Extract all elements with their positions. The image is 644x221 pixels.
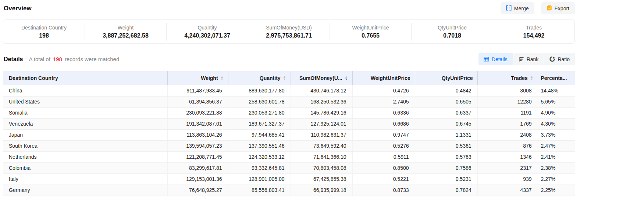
cell-destination-country: Netherlands: [3, 151, 167, 162]
sort-carets-icon[interactable]: ▲▼: [530, 76, 533, 81]
table-row-china: China911,487,933.45889,630,177.80430,746…: [3, 85, 575, 96]
export-button[interactable]: Export: [541, 2, 575, 14]
stat-item-weight: Weight3,887,252,682.58: [85, 23, 167, 41]
tab-details[interactable]: Details: [478, 53, 513, 65]
stat-label: WeightUnitPrice: [330, 25, 411, 31]
stat-value: 3,887,252,682.58: [85, 32, 166, 39]
cell-qtyunitprice: 0.6505: [415, 96, 477, 107]
stat-value: 0.7655: [330, 32, 411, 39]
cell-quantity: 137,390,551.46: [228, 140, 291, 151]
cell-quantity: 258,630,601.78: [228, 96, 291, 107]
cell-trades: 4337: [477, 185, 538, 196]
cell-percenta: 2.27%: [538, 173, 575, 185]
cell-destination-country: Germany: [3, 185, 167, 196]
cell-weight: 129,153,001.36: [167, 173, 228, 185]
cell-trades: 12280: [477, 96, 538, 107]
table-header-row: Destination CountryWeight▲▼Quantity▲▼Sum…: [3, 71, 575, 85]
stat-value: 198: [3, 32, 85, 39]
cell-percenta: 14.48%: [538, 85, 575, 96]
column-label: Destination Country: [9, 75, 58, 81]
stat-label: SumOfMoney(USD): [248, 25, 330, 31]
sort-desc-icon[interactable]: ▼: [221, 78, 224, 81]
cell-destination-country: Colombia: [3, 162, 167, 173]
column-header-sumofmoney-u[interactable]: SumOfMoney(U...▲▼: [291, 71, 352, 85]
cell-trades: 1191: [477, 107, 538, 118]
cell-qtyunitprice: 0.7824: [415, 185, 477, 196]
column-label: Quantity: [260, 75, 281, 81]
cell-sumofmoney-u: 110,982,631.37: [291, 129, 352, 140]
sort-carets-icon[interactable]: ▲▼: [221, 76, 224, 81]
topbar: Overview Merge Export: [3, 0, 575, 20]
stat-item-qtyunitprice: QtyUnitPrice0.7018: [412, 23, 493, 41]
cell-percenta: 2.41%: [538, 151, 575, 162]
sort-desc-icon[interactable]: ▼: [530, 78, 533, 81]
cell-sumofmoney-u: 73,649,592.40: [291, 140, 352, 151]
column-header-trades[interactable]: Trades▲▼: [477, 71, 538, 85]
records-summary: A total of198records were matched: [29, 56, 119, 62]
tab-label: Rank: [527, 56, 539, 62]
cell-weightunitprice: 0.9747: [352, 129, 415, 140]
records-prefix: A total of: [29, 56, 50, 62]
stat-label: Quantity: [167, 25, 248, 31]
cell-weight: 230,093,221.88: [167, 107, 228, 118]
column-header-weight[interactable]: Weight▲▼: [167, 71, 228, 85]
table-row-netherlands: Netherlands121,208,771.45124,320,533.127…: [3, 151, 575, 162]
cell-weightunitprice: 0.5276: [352, 140, 415, 151]
tab-rank[interactable]: Rank: [513, 53, 544, 65]
merge-icon: [506, 5, 512, 12]
records-count: 198: [53, 56, 62, 62]
table-row-venezuela: Venezuela191,342,087.01189,671,327.37127…: [3, 118, 575, 129]
column-label: SumOfMoney(U...: [299, 75, 342, 81]
cell-weight: 113,863,104.26: [167, 129, 228, 140]
cell-trades: 939: [477, 173, 538, 185]
column-header-qtyunitprice: QtyUnitPrice: [415, 71, 477, 85]
column-header-quantity[interactable]: Quantity▲▼: [228, 71, 291, 85]
cell-trades: 1346: [477, 151, 538, 162]
cell-weight: 76,648,925.27: [167, 185, 228, 196]
export-button-label: Export: [555, 6, 569, 11]
cell-destination-country: Somalia: [3, 107, 167, 118]
table-row-italy: Italy129,153,001.36128,901,005.0067,425,…: [3, 173, 575, 185]
column-header-percenta: Percenta...: [538, 71, 575, 85]
cell-destination-country: Venezuela: [3, 118, 167, 129]
stat-label: QtyUnitPrice: [412, 25, 493, 31]
cell-weight: 61,394,856.37: [167, 96, 228, 107]
tab-ratio[interactable]: Ratio: [544, 53, 575, 65]
cell-percenta: 4.30%: [538, 118, 575, 129]
cell-percenta: 2.38%: [538, 162, 575, 173]
cell-quantity: 97,944,685.41: [228, 129, 291, 140]
cell-sumofmoney-u: 67,425,855.38: [291, 173, 352, 185]
cell-quantity: 85,556,803.41: [228, 185, 291, 196]
sort-desc-icon[interactable]: ▼: [345, 78, 348, 81]
table-row-somalia: Somalia230,093,221.88230,053,271.80145,7…: [3, 107, 575, 118]
table-icon: [484, 56, 489, 62]
stat-item-destination-country: Destination Country198: [3, 23, 85, 41]
sort-carets-icon[interactable]: ▲▼: [345, 76, 348, 81]
column-label: WeightUnitPrice: [371, 75, 410, 81]
cell-trades: 2317: [477, 162, 538, 173]
cell-sumofmoney-u: 168,250,532.36: [291, 96, 352, 107]
view-tabs: DetailsRankRatio: [478, 53, 575, 65]
cell-percenta: 2.25%: [538, 185, 575, 196]
cell-weight: 139,594,057.23: [167, 140, 228, 151]
sort-carets-icon[interactable]: ▲▼: [283, 76, 286, 81]
stat-value: 154,492: [493, 32, 574, 39]
cell-weight: 911,487,933.45: [167, 85, 228, 96]
cell-sumofmoney-u: 127,925,124.01: [291, 118, 352, 129]
cell-percenta: 2.47%: [538, 140, 575, 151]
merge-button[interactable]: Merge: [501, 2, 534, 14]
sort-desc-icon[interactable]: ▼: [283, 78, 286, 81]
cell-quantity: 889,630,177.80: [228, 85, 291, 96]
cell-qtyunitprice: 0.6745: [415, 118, 477, 129]
cell-destination-country: China: [3, 85, 167, 96]
cell-qtyunitprice: 0.6337: [415, 107, 477, 118]
column-header-destination-country: Destination Country: [3, 71, 167, 85]
table-row-south-korea: South Korea139,594,057.23137,390,551.467…: [3, 140, 575, 151]
pie-chart-icon: [549, 56, 555, 62]
cell-destination-country: United States: [3, 96, 167, 107]
cell-quantity: 128,901,005.00: [228, 173, 291, 185]
cell-weightunitprice: 0.6686: [352, 118, 415, 129]
cell-quantity: 189,671,327.37: [228, 118, 291, 129]
cell-trades: 3008: [477, 85, 538, 96]
stat-item-sumofmoney-usd: SumOfMoney(USD)2,975,753,861.71: [248, 23, 330, 41]
